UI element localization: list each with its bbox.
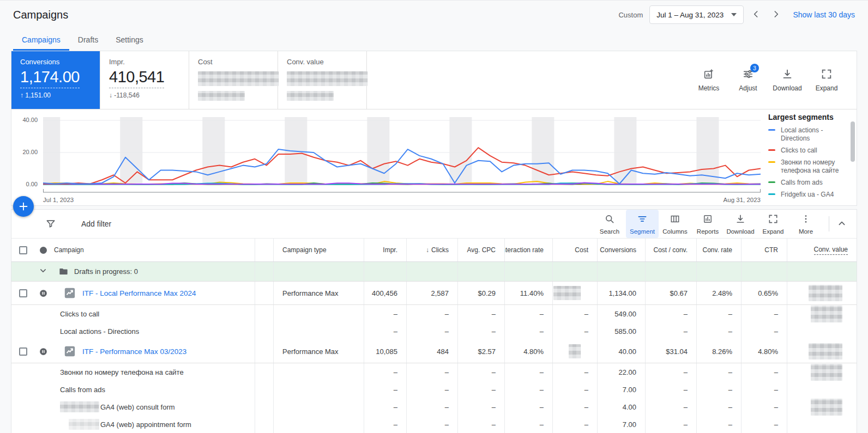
metrics-button[interactable]: Metrics — [693, 68, 725, 92]
table-toolbar: Add filter SearchSegmentColumnsReportsDo… — [11, 210, 857, 238]
impr-cell: – — [364, 305, 406, 322]
row-checkbox[interactable] — [19, 347, 27, 356]
date-range-picker[interactable]: Jul 1 – Aug 31, 2023 — [649, 5, 744, 24]
plus-icon — [17, 200, 29, 212]
expand-button[interactable]: Expand — [811, 68, 842, 92]
cost-per-conv-cell: – — [645, 416, 696, 433]
paused-status-icon[interactable] — [39, 347, 48, 356]
interaction-rate-cell: – — [504, 322, 552, 340]
row-empty-cell — [11, 381, 32, 398]
campaign-name-link[interactable]: ITF - Performance Max 03/2023 — [82, 347, 186, 356]
cost-cell: – — [552, 322, 597, 340]
select-all-checkbox[interactable] — [19, 246, 27, 254]
legend-scrollbar[interactable] — [851, 121, 855, 162]
x-axis-start-label: Jul 1, 2023 — [43, 197, 74, 203]
ctr-cell: – — [741, 398, 787, 416]
legend-item: Звонки по номеру телефона на сайте — [768, 158, 850, 175]
scorecard-conv-value[interactable]: Conv. value — [278, 51, 367, 109]
dropdown-caret-icon — [731, 13, 737, 16]
conversions-cell: 7.00 — [597, 381, 645, 398]
conv-value-cell — [787, 282, 857, 304]
metric-value: – — [540, 403, 544, 411]
metric-value: – — [728, 386, 732, 394]
timeseries-chart: 40.0020.000.00 Jul 1, 2023 Aug 31, 2023 … — [11, 109, 857, 205]
metric-value: – — [445, 368, 449, 376]
scorecard-label: Impr. — [109, 58, 180, 66]
metric-value: 22.00 — [618, 368, 636, 376]
chart-canvas — [43, 114, 761, 196]
metric-value: 7.00 — [623, 386, 636, 394]
campaign-type-cell — [273, 363, 364, 381]
metric-value: – — [540, 420, 544, 429]
campaign-type-cell — [273, 381, 364, 398]
campaign-type-cell — [273, 322, 364, 340]
collapse-group-button[interactable] — [38, 265, 49, 278]
campaign-table: CampaignCampaign typeImpr.↓ClicksAvg. CP… — [11, 238, 857, 433]
column-header-clicks: ↓Clicks — [406, 239, 457, 261]
scorecard-conversions[interactable]: Conversions1,174.00↑ 1,151.00 — [11, 51, 100, 109]
previous-period-button[interactable] — [749, 8, 763, 22]
collapse-table-button[interactable] — [836, 217, 848, 231]
download-button[interactable]: Download — [724, 210, 757, 238]
more-button[interactable]: More — [789, 210, 822, 238]
tool-label: Columns — [662, 228, 687, 235]
clicks-cell: – — [406, 322, 457, 340]
weekend-band — [367, 117, 389, 185]
scorecard-cost[interactable]: Cost — [189, 51, 278, 109]
row-empty-cell — [11, 416, 32, 433]
reports-button[interactable]: Reports — [691, 210, 724, 238]
columns-button[interactable]: Columns — [659, 210, 691, 238]
campaign-type-cell: Performance Max — [273, 282, 364, 304]
download-icon — [735, 214, 746, 226]
show-last-30-days-link[interactable]: Show last 30 days — [793, 10, 855, 19]
impr-cell: – — [364, 381, 406, 398]
tab-settings[interactable]: Settings — [107, 30, 152, 51]
tool-label: Download — [726, 228, 754, 235]
metric-value: – — [584, 420, 588, 429]
next-period-button[interactable] — [769, 8, 783, 22]
table-row: ITF - Performance Max 03/2023Performance… — [11, 340, 857, 363]
paused-status-icon[interactable] — [39, 289, 48, 298]
group-empty-cell — [741, 262, 787, 281]
expand-button[interactable]: Expand — [757, 210, 789, 238]
redacted-value — [809, 343, 842, 359]
tab-drafts[interactable]: Drafts — [69, 30, 107, 51]
ctr-cell: 4.80% — [741, 340, 787, 363]
download-button[interactable]: Download — [771, 68, 803, 92]
row-checkbox[interactable] — [19, 289, 27, 297]
chart-tools: Metrics3AdjustDownloadExpand — [693, 51, 857, 109]
scorecard-impr[interactable]: Impr.410,541↓ -118,546 — [100, 51, 189, 109]
spacer-cell — [255, 398, 273, 416]
spacer-cell — [255, 322, 273, 340]
segment-button[interactable]: Segment — [626, 210, 659, 238]
clicks-cell: – — [406, 363, 457, 381]
group-empty-cell — [406, 262, 457, 281]
legend-item: Fridgefix ua - GA4 — [768, 191, 850, 199]
interaction-rate-cell: – — [504, 363, 552, 381]
date-mode-label: Custom — [618, 11, 643, 19]
search-button[interactable]: Search — [593, 210, 626, 238]
segment-name-cell: Local actions - Directions — [54, 322, 255, 340]
adjust-button[interactable]: 3Adjust — [732, 68, 764, 92]
add-campaign-button[interactable] — [13, 196, 34, 217]
segment-icon — [637, 214, 648, 226]
status-filter-icon[interactable] — [40, 247, 47, 254]
impr-cell: – — [364, 322, 406, 340]
legend-label: Local actions - Directions — [781, 126, 850, 143]
metric-value: – — [540, 310, 544, 318]
campaign-name-link[interactable]: ITF - Local Performance Max 2024 — [82, 289, 196, 297]
legend-item: Clicks to call — [768, 147, 850, 155]
column-label: CTR — [764, 246, 778, 254]
columns-icon — [670, 214, 680, 226]
cost-cell: – — [552, 363, 597, 381]
add-filter-button[interactable]: Add filter — [81, 219, 111, 228]
tab-campaigns[interactable]: Campaigns — [13, 30, 69, 51]
legend-item: Calls from ads — [768, 179, 850, 187]
spacer-cell — [255, 282, 273, 304]
weekend-band — [614, 117, 636, 185]
drafts-group-row[interactable]: Drafts in progress: 0 — [11, 262, 857, 282]
group-empty-cell — [457, 262, 504, 281]
avg-cpc-cell: $0.29 — [457, 282, 504, 304]
chevron-down-icon — [38, 265, 49, 278]
filter-icon — [45, 218, 56, 229]
